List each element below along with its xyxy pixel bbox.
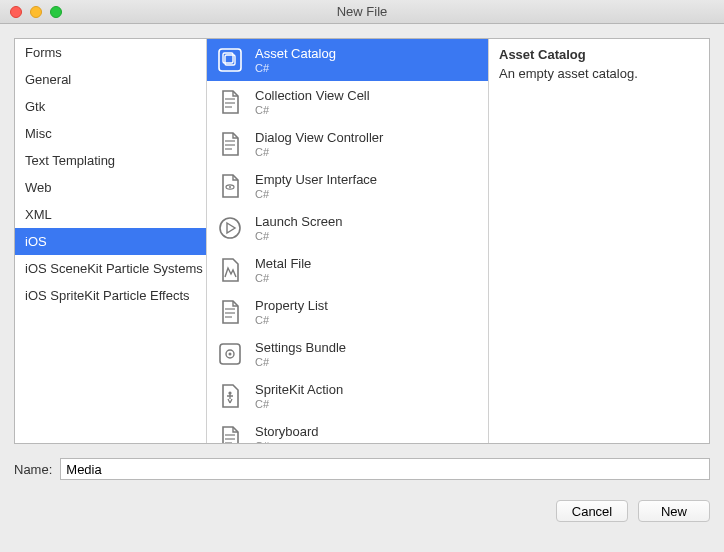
category-item[interactable]: iOS SpriteKit Particle Effects [15, 282, 206, 309]
content-area: FormsGeneralGtkMiscText TemplatingWebXML… [0, 24, 724, 532]
gear-icon [215, 339, 245, 369]
svg-point-17 [229, 353, 232, 356]
template-item[interactable]: Settings BundleC# [207, 333, 488, 375]
template-name: Collection View Cell [255, 88, 370, 104]
template-item[interactable]: Launch ScreenC# [207, 207, 488, 249]
titlebar: New File [0, 0, 724, 24]
category-item[interactable]: Misc [15, 120, 206, 147]
template-text: Collection View CellC# [255, 88, 370, 116]
category-item[interactable]: Text Templating [15, 147, 206, 174]
maximize-icon[interactable] [50, 6, 62, 18]
category-item[interactable]: XML [15, 201, 206, 228]
template-text: Dialog View ControllerC# [255, 130, 383, 158]
template-name: Storyboard [255, 424, 319, 440]
window-title: New File [0, 4, 724, 19]
template-name: Settings Bundle [255, 340, 346, 356]
template-item[interactable]: Property ListC# [207, 291, 488, 333]
template-name: Dialog View Controller [255, 130, 383, 146]
template-text: SpriteKit ActionC# [255, 382, 343, 410]
template-sub: C# [255, 398, 343, 410]
template-name: Metal File [255, 256, 311, 272]
play-icon [215, 213, 245, 243]
svg-point-10 [229, 186, 231, 188]
template-item[interactable]: Metal FileC# [207, 249, 488, 291]
template-item[interactable]: SpriteKit ActionC# [207, 375, 488, 417]
template-item[interactable]: Asset CatalogC# [207, 39, 488, 81]
name-input[interactable] [60, 458, 710, 480]
template-name: Launch Screen [255, 214, 342, 230]
category-item[interactable]: Forms [15, 39, 206, 66]
template-item[interactable]: Dialog View ControllerC# [207, 123, 488, 165]
file-eye-icon [215, 171, 245, 201]
template-sub: C# [255, 314, 328, 326]
new-button[interactable]: New [638, 500, 710, 522]
template-sub: C# [255, 146, 383, 158]
name-row: Name: [14, 458, 710, 480]
name-label: Name: [14, 462, 52, 477]
category-item[interactable]: iOS [15, 228, 206, 255]
template-item[interactable]: StoryboardC# [207, 417, 488, 443]
button-row: Cancel New [14, 500, 710, 522]
minimize-icon[interactable] [30, 6, 42, 18]
action-icon [215, 381, 245, 411]
category-list: FormsGeneralGtkMiscText TemplatingWebXML… [15, 39, 207, 443]
category-item[interactable]: Web [15, 174, 206, 201]
template-sub: C# [255, 104, 370, 116]
template-text: Settings BundleC# [255, 340, 346, 368]
template-sub: C# [255, 188, 377, 200]
template-name: Property List [255, 298, 328, 314]
detail-description: An empty asset catalog. [499, 66, 699, 81]
template-sub: C# [255, 356, 346, 368]
category-item[interactable]: General [15, 66, 206, 93]
template-sub: C# [255, 230, 342, 242]
template-text: StoryboardC# [255, 424, 319, 443]
file-icon [215, 129, 245, 159]
template-text: Launch ScreenC# [255, 214, 342, 242]
category-item[interactable]: iOS SceneKit Particle Systems [15, 255, 206, 282]
cancel-button[interactable]: Cancel [556, 500, 628, 522]
detail-title: Asset Catalog [499, 47, 699, 62]
template-text: Asset CatalogC# [255, 46, 336, 74]
template-sub: C# [255, 440, 319, 443]
template-name: SpriteKit Action [255, 382, 343, 398]
template-list[interactable]: Asset CatalogC#Collection View CellC#Dia… [207, 39, 489, 443]
file-icon [215, 297, 245, 327]
template-name: Asset Catalog [255, 46, 336, 62]
file-icon [215, 423, 245, 443]
traffic-lights [0, 6, 62, 18]
template-text: Empty User InterfaceC# [255, 172, 377, 200]
close-icon[interactable] [10, 6, 22, 18]
metal-icon [215, 255, 245, 285]
category-item[interactable]: Gtk [15, 93, 206, 120]
template-text: Property ListC# [255, 298, 328, 326]
detail-pane: Asset Catalog An empty asset catalog. [489, 39, 709, 443]
template-item[interactable]: Collection View CellC# [207, 81, 488, 123]
template-item[interactable]: Empty User InterfaceC# [207, 165, 488, 207]
panels: FormsGeneralGtkMiscText TemplatingWebXML… [14, 38, 710, 444]
template-sub: C# [255, 272, 311, 284]
template-sub: C# [255, 62, 336, 74]
svg-point-11 [220, 218, 240, 238]
catalog-icon [215, 45, 245, 75]
file-icon [215, 87, 245, 117]
template-name: Empty User Interface [255, 172, 377, 188]
template-text: Metal FileC# [255, 256, 311, 284]
